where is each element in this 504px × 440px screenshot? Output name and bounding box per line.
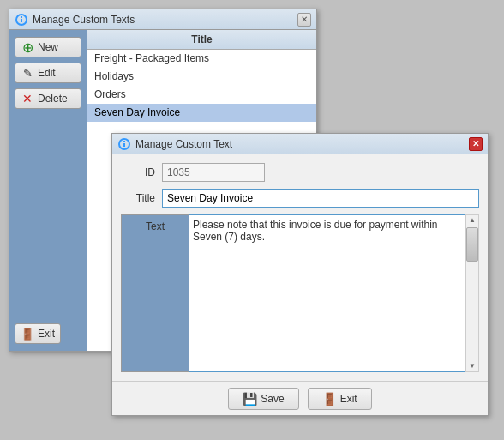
- title-row: Title: [121, 189, 479, 208]
- text-content-wrapper: Please note that this invoice is due for…: [189, 214, 465, 372]
- delete-label: Delete: [38, 93, 68, 105]
- text-label-text: Text: [146, 220, 165, 232]
- dialog-body: ID Title Text Please note that this invo…: [112, 154, 488, 381]
- dialog-exit-label: Exit: [340, 393, 357, 405]
- exit-label: Exit: [38, 328, 55, 340]
- row-label: Orders: [94, 88, 126, 100]
- dialog-titlebar: Manage Custom Text ✕: [112, 134, 488, 154]
- table-row[interactable]: Holidays: [87, 68, 316, 86]
- row-label: Holidays: [94, 70, 134, 82]
- edit-icon: ✎: [21, 66, 34, 80]
- edit-button[interactable]: ✎ Edit: [15, 63, 81, 83]
- dialog-exit-button[interactable]: 🚪 Exit: [308, 388, 372, 410]
- exit-container: 🚪 Exit: [15, 323, 81, 344]
- save-button[interactable]: 💾 Save: [228, 388, 298, 410]
- dialog-exit-icon: 🚪: [322, 392, 337, 406]
- sidebar: ⊕ New ✎ Edit ✕ Delete 🚪 Exit: [9, 30, 87, 351]
- id-input[interactable]: [162, 163, 265, 182]
- table-row[interactable]: Orders: [87, 86, 316, 104]
- new-icon: ⊕: [21, 40, 34, 54]
- row-label: Freight - Packaged Items: [94, 52, 209, 64]
- save-label: Save: [261, 393, 284, 405]
- scrollbar[interactable]: ▲ ▼: [465, 214, 479, 372]
- scroll-down-arrow[interactable]: ▼: [469, 361, 476, 371]
- dialog-footer: 💾 Save 🚪 Exit: [112, 381, 488, 415]
- main-titlebar: Manage Custom Texts ✕: [9, 9, 316, 30]
- table-row-selected[interactable]: Seven Day Invoice: [87, 104, 316, 122]
- new-label: New: [38, 41, 58, 53]
- dialog-close-button[interactable]: ✕: [469, 137, 483, 151]
- row-label: Seven Day Invoice: [94, 106, 180, 118]
- exit-icon: 🚪: [21, 327, 34, 341]
- main-window-title: Manage Custom Texts: [33, 14, 297, 26]
- delete-icon: ✕: [21, 92, 34, 105]
- main-exit-button[interactable]: 🚪 Exit: [15, 323, 61, 344]
- id-row: ID: [121, 163, 479, 182]
- main-window-close[interactable]: ✕: [297, 13, 311, 27]
- dialog-title: Manage Custom Text: [135, 138, 469, 150]
- dialog-window: Manage Custom Text ✕ ID Title Text Pleas…: [111, 133, 489, 416]
- text-input[interactable]: Please note that this invoice is due for…: [193, 219, 461, 368]
- text-section: Text Please note that this invoice is du…: [121, 214, 479, 372]
- table-header: Title: [87, 30, 316, 50]
- dialog-window-icon: [117, 137, 131, 151]
- table-row[interactable]: Freight - Packaged Items: [87, 50, 316, 68]
- text-label: Text: [121, 214, 189, 372]
- title-field-label: Title: [121, 192, 155, 204]
- save-icon: 💾: [243, 392, 257, 406]
- scroll-up-arrow[interactable]: ▲: [469, 215, 476, 226]
- title-input[interactable]: [162, 189, 479, 208]
- new-button[interactable]: ⊕ New: [15, 37, 81, 57]
- scroll-thumb[interactable]: [466, 227, 478, 262]
- main-window-icon: [15, 13, 28, 27]
- delete-button[interactable]: ✕ Delete: [15, 88, 81, 109]
- id-label: ID: [121, 166, 155, 178]
- edit-label: Edit: [38, 67, 56, 79]
